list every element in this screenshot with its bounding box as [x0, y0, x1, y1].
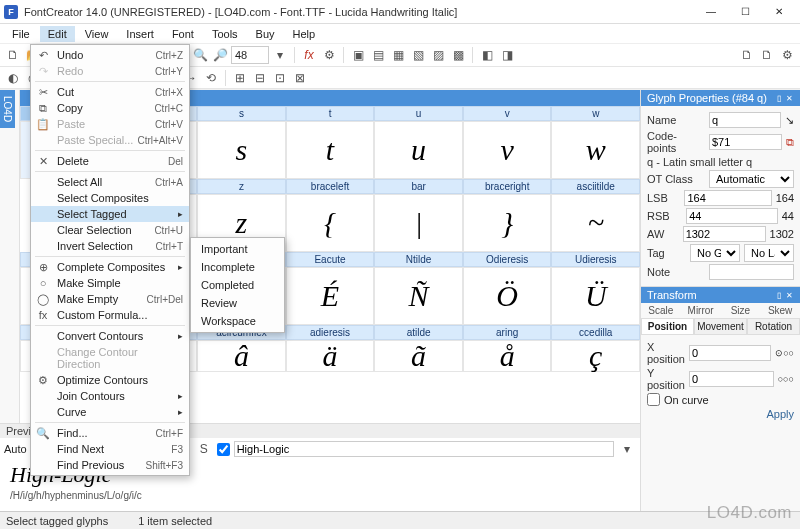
- codepoints-input[interactable]: [709, 134, 782, 150]
- close-button[interactable]: ✕: [762, 1, 796, 23]
- xpos-input[interactable]: [689, 345, 771, 361]
- zoom-out-icon[interactable]: 🔎: [211, 46, 229, 64]
- menu-item-curve[interactable]: Curve▸: [31, 404, 189, 420]
- tab-skew[interactable]: Skew: [760, 303, 800, 318]
- anchor-grid[interactable]: ⊙○○: [775, 348, 794, 358]
- glyph-header[interactable]: asciitilde: [551, 179, 640, 194]
- glyph-header[interactable]: braceright: [463, 179, 552, 194]
- aw-input[interactable]: [683, 226, 766, 242]
- submenu-item-workspace[interactable]: Workspace: [191, 312, 284, 330]
- tag-layer-select[interactable]: No Layer: [744, 244, 794, 262]
- glyph-header[interactable]: t: [286, 106, 375, 121]
- gear-icon[interactable]: ⚙: [778, 46, 796, 64]
- glyph-cell[interactable]: {: [286, 194, 375, 252]
- menu-file[interactable]: File: [4, 26, 38, 42]
- menu-item-clear-selection[interactable]: Clear SelectionCtrl+U: [31, 222, 189, 238]
- menu-item-make-empty[interactable]: ◯Make EmptyCtrl+Del: [31, 291, 189, 307]
- glyph-header[interactable]: w: [551, 106, 640, 121]
- dropdown-icon[interactable]: ▾: [271, 46, 289, 64]
- menu-insert[interactable]: Insert: [118, 26, 162, 42]
- menu-help[interactable]: Help: [285, 26, 324, 42]
- menu-item-optimize-contours[interactable]: ⚙Optimize Contours: [31, 372, 189, 388]
- submenu-item-important[interactable]: Important: [191, 240, 284, 258]
- menu-item-join-contours[interactable]: Join Contours▸: [31, 388, 189, 404]
- submenu-item-review[interactable]: Review: [191, 294, 284, 312]
- glyph-header[interactable]: Odieresis: [463, 252, 552, 267]
- glyph-cell[interactable]: ~: [551, 194, 640, 252]
- maximize-button[interactable]: ☐: [728, 1, 762, 23]
- transform-icon[interactable]: ⟲: [202, 69, 220, 87]
- menu-item-custom-formula-[interactable]: fxCustom Formula...: [31, 307, 189, 323]
- tag-glyph-select[interactable]: No Glyph: [690, 244, 740, 262]
- glyph-cell[interactable]: Ñ: [374, 267, 463, 325]
- note-input[interactable]: [709, 264, 794, 280]
- metrics-icon[interactable]: ⊟: [251, 69, 269, 87]
- menu-view[interactable]: View: [77, 26, 117, 42]
- glyph-cell[interactable]: Ü: [551, 267, 640, 325]
- menu-item-select-tagged[interactable]: Select Tagged▸: [31, 206, 189, 222]
- minimize-button[interactable]: —: [694, 1, 728, 23]
- tab-movement[interactable]: Movement: [694, 318, 747, 335]
- tool-icon[interactable]: ▦: [389, 46, 407, 64]
- tab-rotation[interactable]: Rotation: [747, 318, 800, 335]
- menu-item-find-previous[interactable]: Find PreviousShift+F3: [31, 457, 189, 473]
- glyph-cell[interactable]: Ö: [463, 267, 552, 325]
- unicode-icon[interactable]: ⧉: [786, 136, 794, 149]
- menu-item-delete[interactable]: ✕DeleteDel: [31, 153, 189, 169]
- tool-icon[interactable]: ▣: [349, 46, 367, 64]
- glyph-header[interactable]: Ntilde: [374, 252, 463, 267]
- strikethrough-icon[interactable]: S: [195, 440, 213, 458]
- menu-tools[interactable]: Tools: [204, 26, 246, 42]
- glyph-header[interactable]: adieresis: [286, 325, 375, 340]
- tab-position[interactable]: Position: [641, 318, 694, 335]
- menu-item-select-all[interactable]: Select AllCtrl+A: [31, 174, 189, 190]
- glyph-header[interactable]: bar: [374, 179, 463, 194]
- glyph-cell[interactable]: å: [463, 340, 552, 372]
- glyph-header[interactable]: ccedilla: [551, 325, 640, 340]
- glyph-cell[interactable]: ã: [374, 340, 463, 372]
- name-input[interactable]: [709, 112, 781, 128]
- glyph-cell[interactable]: t: [286, 121, 375, 179]
- menu-item-complete-composites[interactable]: ⊕Complete Composites▸: [31, 259, 189, 275]
- glyph-header[interactable]: aring: [463, 325, 552, 340]
- fx-icon[interactable]: fx: [300, 46, 318, 64]
- font-size-input[interactable]: 48: [231, 46, 269, 64]
- tool-icon[interactable]: ◐: [4, 69, 22, 87]
- tool-icon[interactable]: ▨: [429, 46, 447, 64]
- menu-item-make-simple[interactable]: ○Make Simple: [31, 275, 189, 291]
- otclass-select[interactable]: Automatic: [709, 170, 794, 188]
- close-icon[interactable]: ✕: [786, 94, 794, 102]
- tool-icon[interactable]: ◧: [478, 46, 496, 64]
- tool-icon[interactable]: ◨: [498, 46, 516, 64]
- glyph-header[interactable]: atilde: [374, 325, 463, 340]
- menu-item-undo[interactable]: ↶UndoCtrl+Z: [31, 47, 189, 63]
- glyph-cell[interactable]: |: [374, 194, 463, 252]
- apply-button[interactable]: Apply: [766, 408, 794, 420]
- menu-item-find-[interactable]: 🔍Find...Ctrl+F: [31, 425, 189, 441]
- glyph-cell[interactable]: É: [286, 267, 375, 325]
- script-icon[interactable]: ⚙: [320, 46, 338, 64]
- glyph-cell[interactable]: }: [463, 194, 552, 252]
- tab-scale[interactable]: Scale: [641, 303, 681, 318]
- submenu-item-incomplete[interactable]: Incomplete: [191, 258, 284, 276]
- glyph-cell[interactable]: â: [197, 340, 286, 372]
- metrics-icon[interactable]: ⊞: [231, 69, 249, 87]
- menu-buy[interactable]: Buy: [248, 26, 283, 42]
- glyph-cell[interactable]: w: [551, 121, 640, 179]
- glyph-header[interactable]: v: [463, 106, 552, 121]
- glyph-header[interactable]: s: [197, 106, 286, 121]
- tab-mirror[interactable]: Mirror: [681, 303, 721, 318]
- pin-icon[interactable]: ▯: [777, 94, 785, 102]
- glyph-header[interactable]: braceleft: [286, 179, 375, 194]
- menu-item-copy[interactable]: ⧉CopyCtrl+C: [31, 100, 189, 116]
- metrics-icon[interactable]: ⊡: [271, 69, 289, 87]
- glyph-header[interactable]: u: [374, 106, 463, 121]
- tab-size[interactable]: Size: [721, 303, 761, 318]
- lsb-input[interactable]: [684, 190, 771, 206]
- glyph-cell[interactable]: v: [463, 121, 552, 179]
- anchor-grid[interactable]: ○○○: [778, 374, 794, 384]
- preview-text-input[interactable]: [234, 441, 614, 457]
- zoom-in-icon[interactable]: 🔍: [191, 46, 209, 64]
- glyph-cell[interactable]: ç: [551, 340, 640, 372]
- oncurve-checkbox[interactable]: [647, 393, 660, 406]
